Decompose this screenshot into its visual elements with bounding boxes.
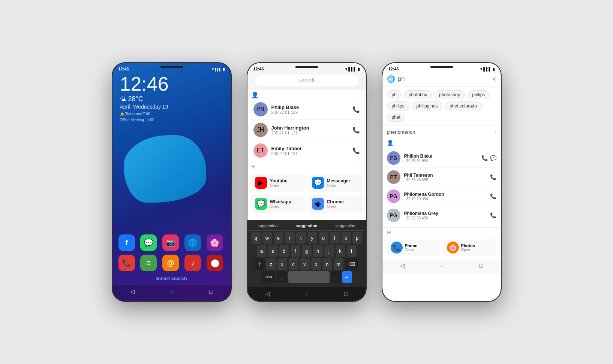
call-result-1[interactable]: 📞	[481, 155, 488, 161]
chip-philippines[interactable]: philippines	[412, 101, 443, 110]
key-p[interactable]: p	[352, 232, 362, 244]
result-contact-1[interactable]: PB Philiph Blake +39 15 61 984 📞 💬	[385, 149, 498, 168]
youtube-status: Open	[270, 183, 288, 188]
key-d[interactable]: d	[279, 245, 289, 257]
key-x[interactable]: x	[277, 258, 287, 270]
key-o[interactable]: o	[341, 232, 351, 244]
key-shift[interactable]: ⇧	[255, 258, 265, 270]
contact-row-3[interactable]: ET Emily Timber 235 22 01 121 📞	[251, 140, 362, 161]
key-space[interactable]	[288, 271, 330, 283]
phone-1: 12:46 12:46 🌤 28°C April, Wednesday 19 🔔…	[112, 62, 232, 302]
msg-result-1[interactable]: 💬	[490, 155, 496, 161]
key-u[interactable]: u	[319, 232, 328, 244]
key-a[interactable]: a	[257, 245, 267, 257]
search-input-2[interactable]: Search	[253, 75, 360, 86]
key-period[interactable]: .	[331, 271, 341, 283]
app-tile-chrome[interactable]: ◉ Chrome Open	[308, 195, 362, 213]
phone-app-info: Phone Open	[405, 243, 418, 252]
app-browser[interactable]: 🌐	[184, 234, 201, 251]
result-app-phone[interactable]: 📞 Phone Open	[387, 239, 440, 256]
key-comma[interactable]: ,	[277, 271, 287, 283]
key-c[interactable]: c	[289, 258, 298, 270]
app-camera[interactable]: ⬤	[207, 255, 223, 271]
result-app-photos[interactable]: 🌸 Photos Open	[443, 239, 496, 256]
key-g[interactable]: g	[302, 245, 312, 257]
key-r[interactable]: r	[285, 232, 295, 244]
app-tile-youtube[interactable]: ▶ Youtube Open	[251, 174, 305, 192]
whatsapp-status: Open	[270, 204, 291, 209]
key-j[interactable]: j	[324, 245, 334, 257]
key-n[interactable]: n	[322, 258, 332, 270]
call-btn-3[interactable]: 📞	[352, 147, 360, 154]
app-tile-messenger[interactable]: 💬 Messenger Open	[308, 174, 362, 192]
smart-search-label[interactable]: Smart search	[112, 274, 231, 285]
result-contact-2[interactable]: PT Phil Tameson +39 58 49 685 📞	[385, 168, 498, 187]
key-l[interactable]: l	[347, 245, 357, 257]
key-i[interactable]: i	[330, 232, 340, 244]
key-enter[interactable]: ↵	[342, 271, 352, 283]
key-v[interactable]: v	[300, 258, 310, 270]
nav-back-2[interactable]: ◁	[265, 290, 270, 297]
chip-phet-colorado[interactable]: phet colorado	[445, 101, 482, 110]
app-instagram[interactable]: 📷	[162, 234, 179, 251]
nav-home-1[interactable]: ○	[170, 288, 174, 295]
phenomenon-row[interactable]: phenomenon ›	[382, 126, 501, 138]
chip-photoshop[interactable]: photoshop	[434, 90, 465, 99]
key-y[interactable]: y	[307, 232, 317, 244]
nav-recents-3[interactable]: □	[479, 263, 483, 269]
nav-recents-1[interactable]: □	[209, 288, 213, 295]
nav-back-3[interactable]: ◁	[400, 262, 405, 269]
chip-ph[interactable]: ph	[387, 90, 402, 99]
key-t[interactable]: t	[296, 232, 306, 244]
app-facebook[interactable]: f	[118, 234, 135, 251]
search-text-display[interactable]: ph	[398, 76, 489, 82]
call-result-2[interactable]: 📞	[490, 174, 496, 180]
home-blob	[112, 124, 231, 234]
contact-row-1[interactable]: PB Philip Blake 235 22 01 159 📞	[251, 99, 362, 120]
key-backspace[interactable]: ⌫	[345, 258, 358, 270]
nav-home-2[interactable]: ○	[305, 291, 309, 297]
chip-photobox[interactable]: photobox	[404, 90, 432, 99]
app-tile-whatsapp[interactable]: 💬 Whatsapp Open	[251, 195, 305, 213]
result-info-4: Philomena Grey +39 25 35 456	[404, 211, 486, 220]
call-result-3[interactable]: 📞	[490, 193, 496, 199]
result-avatar-3: PG	[387, 189, 400, 203]
app-email[interactable]: @	[162, 255, 179, 271]
nav-back-1[interactable]: ◁	[130, 288, 135, 295]
close-button[interactable]: ×	[492, 75, 496, 83]
chip-philips-1[interactable]: philips	[467, 90, 490, 99]
app-messages[interactable]: ≡	[140, 255, 157, 271]
suggestion-2[interactable]: suggestion	[295, 224, 318, 228]
chip-philips-2[interactable]: philips	[387, 101, 409, 110]
suggestion-1[interactable]: suggestion	[258, 224, 277, 228]
call-btn-1[interactable]: 📞	[352, 106, 360, 113]
result-contact-3[interactable]: PG Philomena Gordon +39 19 29 354 📞	[385, 187, 498, 206]
key-b[interactable]: b	[311, 258, 321, 270]
key-e[interactable]: e	[274, 232, 283, 244]
nav-home-3[interactable]: ○	[440, 263, 444, 269]
call-result-4[interactable]: 📞	[490, 212, 496, 218]
app-whatsapp[interactable]: 💬	[140, 234, 157, 251]
app-meditation[interactable]: 🌸	[207, 234, 223, 251]
contact-row-2[interactable]: JH John Harrington 235 22 01 121 📞	[251, 120, 362, 140]
apps-grid-row1: f 💬 📷 🌐 🌸 📞 ≡ @ ♪ ⬤	[112, 234, 231, 274]
key-k[interactable]: k	[336, 245, 345, 257]
key-s[interactable]: s	[268, 245, 278, 257]
key-m[interactable]: m	[334, 258, 343, 270]
nav-recents-2[interactable]: □	[344, 291, 348, 297]
key-q[interactable]: q	[251, 232, 261, 244]
results-apps: 📞 Phone Open 🌸 Photos Open	[382, 236, 501, 259]
youtube-name: Youtube	[270, 178, 288, 183]
app-dialer[interactable]: 📞	[118, 255, 135, 271]
key-z[interactable]: z	[266, 258, 276, 270]
suggestion-3[interactable]: suggestion	[335, 224, 355, 228]
key-f[interactable]: f	[291, 245, 300, 257]
result-contact-4[interactable]: PG Philomena Grey +39 25 35 456 📞	[385, 206, 498, 225]
app-music[interactable]: ♪	[184, 255, 201, 271]
key-symbols[interactable]: ?123	[261, 271, 276, 283]
call-btn-2[interactable]: 📞	[352, 127, 360, 134]
chip-phet[interactable]: phet	[387, 113, 405, 122]
key-w[interactable]: w	[262, 232, 272, 244]
key-h[interactable]: h	[313, 245, 323, 257]
signal-icon	[215, 67, 221, 71]
